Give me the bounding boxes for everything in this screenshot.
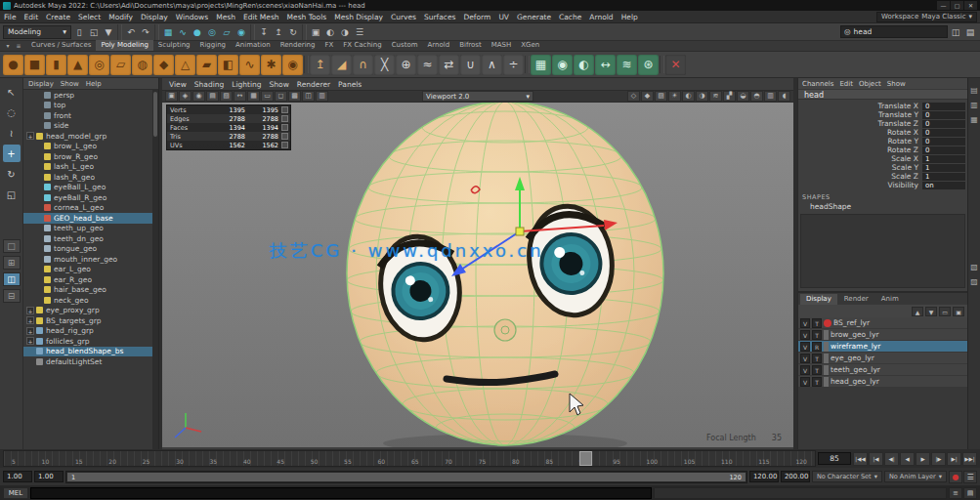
current-time-marker[interactable]	[579, 451, 592, 466]
undo-icon[interactable]: ↶	[124, 25, 138, 39]
animation-start-field[interactable]: 1.00	[3, 471, 32, 482]
attribute-editor-tab-icon[interactable]: ▥	[970, 101, 978, 109]
channel-value-field[interactable]: 0	[922, 138, 965, 146]
menu-item[interactable]: Generate	[513, 11, 555, 23]
animation-end-field[interactable]: 200.00	[781, 471, 810, 482]
expand-icon[interactable]	[34, 266, 42, 273]
menu-item[interactable]: Create	[42, 11, 74, 23]
smooth-icon[interactable]: ≈	[417, 55, 438, 75]
separator[interactable]	[250, 24, 255, 40]
channel-value-field[interactable]: 0	[922, 146, 965, 154]
expand-icon[interactable]: +	[26, 316, 34, 324]
layer-color-swatch[interactable]	[824, 330, 829, 340]
channel-label[interactable]: Translate Z	[800, 119, 922, 128]
outliner-item[interactable]: + follicles_grp	[23, 336, 152, 347]
poly-disc-icon[interactable]: ◍	[132, 55, 152, 75]
exposure-icon[interactable]: ◖	[778, 91, 790, 102]
menu-item[interactable]: UV	[494, 11, 513, 23]
make-live-surface-icon[interactable]: ◉	[552, 55, 573, 75]
eye_geo_lyr[interactable]: V T eye_geo_lyr	[798, 353, 967, 364]
renderer-dropdown[interactable]: Viewport 2.0 ▾	[422, 91, 533, 102]
shelf-tab[interactable]: Sculpting	[153, 40, 195, 51]
wireframe-mode-icon[interactable]: ◇	[627, 91, 640, 102]
outliner-item[interactable]: + BS_targets_grp	[23, 315, 152, 326]
combine-icon[interactable]: ∧	[482, 55, 502, 75]
outliner-item[interactable]: hair_base_geo	[23, 285, 152, 296]
outliner-item[interactable]: head_blendShape_bs	[23, 347, 152, 357]
outliner-item[interactable]: cornea_L_geo	[23, 203, 152, 214]
lasso-tool-icon[interactable]: ◌	[3, 104, 21, 121]
viewport-menu-item[interactable]: Show	[267, 80, 292, 89]
sort-icon[interactable]: ▤	[963, 25, 977, 39]
snap-to-view-plane-icon[interactable]: ▱	[220, 25, 234, 39]
viewport-menu-item[interactable]: View	[166, 80, 190, 89]
step-forward-frame-button[interactable]: ▶|	[947, 452, 961, 466]
layer-type-toggle[interactable]: T	[812, 318, 822, 328]
play-forwards-button[interactable]: ▶	[916, 452, 930, 466]
channel-box-menu-item[interactable]: Show	[887, 80, 906, 88]
command-history-icon[interactable]: ▤	[963, 487, 977, 499]
soft-select-icon[interactable]: ◐	[574, 55, 594, 75]
screen-space-ao-icon[interactable]: ◑	[696, 91, 708, 102]
shelf-tab-menu-icon[interactable]: ▾	[3, 41, 13, 51]
new-scene-icon[interactable]: ▯	[72, 25, 86, 39]
layer-visibility-toggle[interactable]: V	[800, 354, 810, 363]
playback-end-field[interactable]: 120.00	[749, 471, 779, 482]
outliner-item[interactable]: top	[23, 101, 152, 111]
outliner-item[interactable]: GEO_head_base	[23, 213, 152, 224]
expand-icon[interactable]	[34, 91, 42, 99]
outliner-scrollbar[interactable]	[152, 90, 158, 449]
range-bar-inner[interactable]: 1 120	[67, 473, 746, 481]
shelf-tab[interactable]: Curves / Surfaces	[26, 40, 96, 51]
channel-value-field[interactable]: 0	[922, 129, 965, 137]
textured-mode-icon[interactable]: ▨	[655, 91, 667, 102]
separator[interactable]	[302, 24, 307, 40]
shelf-tab[interactable]: Arnold	[423, 40, 455, 51]
film-gate-icon[interactable]: ▭	[261, 91, 274, 102]
render-settings-icon[interactable]: ☰	[353, 25, 366, 39]
viewport-menu-item[interactable]: Shading	[192, 80, 227, 89]
shelf-tab[interactable]: XGen	[516, 40, 544, 51]
resolution-gate-icon[interactable]: ◻	[275, 91, 287, 102]
viewport-menu-item[interactable]: Panels	[335, 80, 364, 89]
motion-blur-icon[interactable]: ≋	[709, 91, 722, 102]
channel-label[interactable]: Rotate X	[800, 128, 922, 137]
expand-icon[interactable]: +	[26, 327, 34, 335]
menu-item[interactable]: Surfaces	[420, 11, 459, 23]
outliner-menu-item[interactable]: Display	[28, 80, 54, 88]
search-field[interactable]: ◎ head	[840, 25, 948, 38]
expand-icon[interactable]	[34, 102, 42, 109]
wireframe_lyr[interactable]: V R wireframe_lyr	[798, 341, 967, 353]
poly-torus-icon[interactable]: ◎	[89, 55, 109, 75]
outliner-item[interactable]: + head_rig_grp	[23, 326, 152, 337]
expand-icon[interactable]	[34, 296, 42, 304]
playback-start-field[interactable]: 1.00	[34, 471, 64, 482]
lock-camera-icon[interactable]: ◈	[179, 91, 192, 102]
expand-icon[interactable]	[34, 245, 42, 253]
expand-icon[interactable]	[26, 348, 34, 355]
boolean-union-icon[interactable]: ∪	[460, 55, 481, 75]
symmetry-icon[interactable]: ◫	[949, 25, 962, 39]
viewport-menu-item[interactable]: Lighting	[229, 80, 264, 89]
separator[interactable]	[117, 24, 122, 40]
outliner-item[interactable]: front	[23, 110, 152, 121]
outliner-item[interactable]: teeth_up_geo	[23, 224, 152, 234]
shelf-tab[interactable]: FX Caching	[338, 40, 386, 51]
isolate-select-icon[interactable]: ◓	[750, 91, 763, 102]
layer-editor-tab[interactable]: Display	[800, 294, 837, 305]
expand-icon[interactable]	[34, 286, 42, 294]
separator[interactable]	[660, 56, 664, 73]
shelf-tab[interactable]: Custom	[387, 40, 423, 51]
expand-icon[interactable]	[34, 204, 42, 212]
step-forward-key-button[interactable]: |▶	[931, 452, 946, 466]
poly-sphere-icon[interactable]: ●	[3, 55, 23, 75]
ipr-render-icon[interactable]: ◑	[338, 25, 352, 39]
brow_geo_lyr[interactable]: V T brow_geo_lyr	[798, 329, 967, 341]
outliner-item[interactable]: mouth_inner_geo	[23, 254, 152, 265]
layer-visibility-toggle[interactable]: V	[800, 377, 810, 387]
select-camera-icon[interactable]: ▣	[165, 91, 178, 102]
layer-color-swatch[interactable]	[824, 342, 829, 352]
shelf-tab[interactable]: Rigging	[195, 40, 232, 51]
character-controls-tab-icon[interactable]: ▨	[970, 277, 978, 286]
grid-toggle-icon[interactable]: ▦	[247, 91, 260, 102]
